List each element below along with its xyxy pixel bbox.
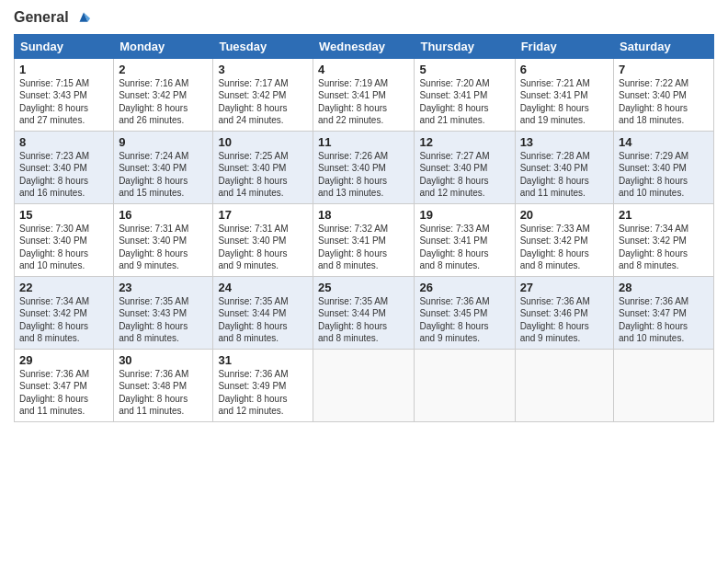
- calendar-cell: 6Sunrise: 7:21 AM Sunset: 3:41 PM Daylig…: [515, 58, 613, 131]
- day-info: Sunrise: 7:26 AM Sunset: 3:40 PM Dayligh…: [318, 150, 409, 200]
- calendar-cell: 8Sunrise: 7:23 AM Sunset: 3:40 PM Daylig…: [15, 131, 114, 203]
- day-info: Sunrise: 7:17 AM Sunset: 3:42 PM Dayligh…: [218, 77, 308, 127]
- day-info: Sunrise: 7:24 AM Sunset: 3:40 PM Dayligh…: [119, 150, 208, 200]
- calendar-cell: [415, 349, 515, 421]
- day-number: 27: [520, 281, 609, 294]
- day-number: 13: [520, 135, 609, 149]
- calendar-cell: 30Sunrise: 7:36 AM Sunset: 3:48 PM Dayli…: [114, 349, 213, 421]
- day-info: Sunrise: 7:28 AM Sunset: 3:40 PM Dayligh…: [520, 150, 609, 200]
- day-number: 1: [19, 63, 108, 76]
- day-number: 10: [218, 135, 308, 149]
- day-number: 28: [619, 281, 709, 294]
- calendar-cell: 19Sunrise: 7:33 AM Sunset: 3:41 PM Dayli…: [415, 203, 515, 276]
- day-number: 22: [19, 281, 108, 294]
- day-info: Sunrise: 7:33 AM Sunset: 3:42 PM Dayligh…: [520, 223, 609, 272]
- calendar-cell: 20Sunrise: 7:33 AM Sunset: 3:42 PM Dayli…: [515, 203, 613, 276]
- calendar-cell: 13Sunrise: 7:28 AM Sunset: 3:40 PM Dayli…: [515, 131, 613, 203]
- day-number: 4: [318, 63, 409, 76]
- week-row-1: 1Sunrise: 7:15 AM Sunset: 3:43 PM Daylig…: [15, 58, 714, 131]
- calendar-cell: 12Sunrise: 7:27 AM Sunset: 3:40 PM Dayli…: [415, 131, 515, 203]
- day-number: 8: [19, 135, 108, 149]
- day-info: Sunrise: 7:19 AM Sunset: 3:41 PM Dayligh…: [318, 77, 409, 127]
- calendar-cell: 23Sunrise: 7:35 AM Sunset: 3:43 PM Dayli…: [114, 276, 213, 349]
- day-info: Sunrise: 7:35 AM Sunset: 3:43 PM Dayligh…: [119, 295, 208, 345]
- day-number: 12: [419, 135, 509, 149]
- calendar-cell: 9Sunrise: 7:24 AM Sunset: 3:40 PM Daylig…: [114, 131, 213, 203]
- calendar-cell: 29Sunrise: 7:36 AM Sunset: 3:47 PM Dayli…: [15, 349, 114, 421]
- calendar-cell: [515, 349, 613, 421]
- day-info: Sunrise: 7:23 AM Sunset: 3:40 PM Dayligh…: [19, 150, 108, 200]
- calendar: SundayMondayTuesdayWednesdayThursdayFrid…: [14, 34, 714, 422]
- day-info: Sunrise: 7:31 AM Sunset: 3:40 PM Dayligh…: [119, 223, 208, 272]
- weekday-header-tuesday: Tuesday: [213, 34, 313, 58]
- day-number: 17: [218, 208, 308, 222]
- logo: General: [14, 9, 93, 27]
- weekday-header-saturday: Saturday: [614, 34, 714, 58]
- day-number: 9: [119, 135, 208, 149]
- week-row-5: 29Sunrise: 7:36 AM Sunset: 3:47 PM Dayli…: [15, 349, 714, 421]
- calendar-cell: 18Sunrise: 7:32 AM Sunset: 3:41 PM Dayli…: [313, 203, 415, 276]
- day-number: 19: [419, 208, 509, 222]
- day-info: Sunrise: 7:22 AM Sunset: 3:40 PM Dayligh…: [619, 77, 709, 127]
- day-number: 5: [419, 63, 509, 76]
- calendar-cell: 4Sunrise: 7:19 AM Sunset: 3:41 PM Daylig…: [313, 58, 415, 131]
- calendar-cell: 3Sunrise: 7:17 AM Sunset: 3:42 PM Daylig…: [213, 58, 313, 131]
- day-number: 7: [619, 63, 709, 76]
- day-info: Sunrise: 7:30 AM Sunset: 3:40 PM Dayligh…: [19, 223, 108, 272]
- calendar-cell: 16Sunrise: 7:31 AM Sunset: 3:40 PM Dayli…: [114, 203, 213, 276]
- week-row-4: 22Sunrise: 7:34 AM Sunset: 3:42 PM Dayli…: [15, 276, 714, 349]
- day-number: 25: [318, 281, 409, 294]
- day-number: 16: [119, 208, 208, 222]
- weekday-header-wednesday: Wednesday: [313, 34, 415, 58]
- day-info: Sunrise: 7:36 AM Sunset: 3:46 PM Dayligh…: [520, 295, 609, 345]
- day-info: Sunrise: 7:34 AM Sunset: 3:42 PM Dayligh…: [19, 295, 108, 345]
- day-info: Sunrise: 7:36 AM Sunset: 3:45 PM Dayligh…: [419, 295, 509, 345]
- calendar-cell: [313, 349, 415, 421]
- calendar-cell: 27Sunrise: 7:36 AM Sunset: 3:46 PM Dayli…: [515, 276, 613, 349]
- day-number: 18: [318, 208, 409, 222]
- day-info: Sunrise: 7:36 AM Sunset: 3:47 PM Dayligh…: [619, 295, 709, 345]
- calendar-cell: 26Sunrise: 7:36 AM Sunset: 3:45 PM Dayli…: [415, 276, 515, 349]
- calendar-cell: 17Sunrise: 7:31 AM Sunset: 3:40 PM Dayli…: [213, 203, 313, 276]
- calendar-cell: 31Sunrise: 7:36 AM Sunset: 3:49 PM Dayli…: [213, 349, 313, 421]
- day-info: Sunrise: 7:31 AM Sunset: 3:40 PM Dayligh…: [218, 223, 308, 272]
- day-info: Sunrise: 7:35 AM Sunset: 3:44 PM Dayligh…: [318, 295, 409, 345]
- day-number: 6: [520, 63, 609, 76]
- day-number: 15: [19, 208, 108, 222]
- calendar-cell: 21Sunrise: 7:34 AM Sunset: 3:42 PM Dayli…: [614, 203, 714, 276]
- day-info: Sunrise: 7:27 AM Sunset: 3:40 PM Dayligh…: [419, 150, 509, 200]
- calendar-cell: 11Sunrise: 7:26 AM Sunset: 3:40 PM Dayli…: [313, 131, 415, 203]
- day-number: 11: [318, 135, 409, 149]
- day-number: 21: [619, 208, 709, 222]
- calendar-cell: 2Sunrise: 7:16 AM Sunset: 3:42 PM Daylig…: [114, 58, 213, 131]
- calendar-cell: 10Sunrise: 7:25 AM Sunset: 3:40 PM Dayli…: [213, 131, 313, 203]
- day-number: 14: [619, 135, 709, 149]
- page: General SundayMondayTuesdayWednesdayThur…: [0, 0, 728, 563]
- calendar-cell: 15Sunrise: 7:30 AM Sunset: 3:40 PM Dayli…: [15, 203, 114, 276]
- day-info: Sunrise: 7:16 AM Sunset: 3:42 PM Dayligh…: [119, 77, 208, 127]
- weekday-header-thursday: Thursday: [415, 34, 515, 58]
- day-number: 23: [119, 281, 208, 294]
- day-info: Sunrise: 7:25 AM Sunset: 3:40 PM Dayligh…: [218, 150, 308, 200]
- day-info: Sunrise: 7:21 AM Sunset: 3:41 PM Dayligh…: [520, 77, 609, 127]
- day-info: Sunrise: 7:20 AM Sunset: 3:41 PM Dayligh…: [419, 77, 509, 127]
- day-info: Sunrise: 7:35 AM Sunset: 3:44 PM Dayligh…: [218, 295, 308, 345]
- day-number: 31: [218, 353, 308, 367]
- day-info: Sunrise: 7:15 AM Sunset: 3:43 PM Dayligh…: [19, 77, 108, 127]
- calendar-cell: 24Sunrise: 7:35 AM Sunset: 3:44 PM Dayli…: [213, 276, 313, 349]
- day-info: Sunrise: 7:32 AM Sunset: 3:41 PM Dayligh…: [318, 223, 409, 272]
- day-info: Sunrise: 7:34 AM Sunset: 3:42 PM Dayligh…: [619, 223, 709, 272]
- day-info: Sunrise: 7:33 AM Sunset: 3:41 PM Dayligh…: [419, 223, 509, 272]
- day-info: Sunrise: 7:29 AM Sunset: 3:40 PM Dayligh…: [619, 150, 709, 200]
- calendar-cell: [614, 349, 714, 421]
- day-number: 2: [119, 63, 208, 76]
- day-info: Sunrise: 7:36 AM Sunset: 3:48 PM Dayligh…: [119, 368, 208, 418]
- day-number: 29: [19, 353, 108, 367]
- weekday-header-friday: Friday: [515, 34, 613, 58]
- calendar-cell: 5Sunrise: 7:20 AM Sunset: 3:41 PM Daylig…: [415, 58, 515, 131]
- calendar-cell: 1Sunrise: 7:15 AM Sunset: 3:43 PM Daylig…: [15, 58, 114, 131]
- calendar-cell: 22Sunrise: 7:34 AM Sunset: 3:42 PM Dayli…: [15, 276, 114, 349]
- day-number: 20: [520, 208, 609, 222]
- week-row-2: 8Sunrise: 7:23 AM Sunset: 3:40 PM Daylig…: [15, 131, 714, 203]
- calendar-cell: 25Sunrise: 7:35 AM Sunset: 3:44 PM Dayli…: [313, 276, 415, 349]
